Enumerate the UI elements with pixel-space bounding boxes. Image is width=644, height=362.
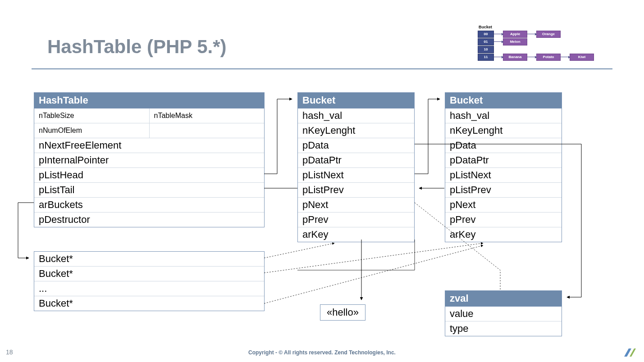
mini-row: 10 [478, 45, 594, 53]
field: Bucket* [34, 296, 264, 311]
title-rule [32, 68, 612, 69]
arrow-icon [494, 41, 503, 42]
field: pListNext [298, 168, 414, 183]
mini-box: Orange [536, 31, 561, 38]
hello-value: «hello» [320, 304, 365, 321]
field: pListHead [34, 168, 264, 183]
zend-logo-icon [623, 348, 636, 357]
field: ... [34, 281, 264, 296]
struct-header: zval [445, 291, 562, 307]
field: arKey [298, 227, 414, 242]
field: nNextFreeElement [34, 138, 264, 153]
struct-header: Bucket [298, 93, 414, 109]
mini-idx: 01 [478, 38, 494, 45]
mini-diagram: Bucket 00 Apple Orange 01 Melon 10 11 Ba… [478, 25, 594, 61]
field: pDataPtr [298, 153, 414, 168]
mini-row: 00 Apple Orange [478, 30, 594, 38]
field-row: nTableSize nTableMask [34, 109, 264, 123]
struct-header: HashTable [34, 93, 264, 109]
field: hash_val [445, 109, 562, 123]
field: type [445, 321, 562, 336]
mini-idx: 10 [478, 46, 494, 53]
arrow-icon [561, 57, 570, 57]
field: Bucket* [34, 267, 264, 281]
field: nTableSize [34, 109, 150, 123]
mini-box: Potato [536, 54, 561, 61]
copyright: Copyright - © All rights reserved. Zend … [0, 349, 644, 356]
field: nKeyLenght [445, 123, 562, 138]
arrow-icon [527, 57, 536, 57]
field: pListTail [34, 183, 264, 198]
field: arKey [445, 227, 562, 242]
page-title: HashTable (PHP 5.*) [47, 36, 227, 58]
mini-label: Bucket [479, 25, 594, 29]
mini-box: Banana [503, 54, 527, 61]
field: pListPrev [445, 183, 562, 198]
field: nTableMask [150, 109, 265, 123]
field: arBuckets [34, 198, 264, 213]
field: pPrev [298, 213, 414, 227]
zval-struct: zval value type [445, 290, 562, 336]
bucket-b-struct: Bucket hash_val nKeyLenght pData pDataPt… [445, 92, 562, 242]
field: pDataPtr [445, 153, 562, 168]
mini-idx: 11 [478, 54, 494, 61]
field: nKeyLenght [298, 123, 414, 138]
struct-header: Bucket [445, 93, 562, 109]
field: pListPrev [298, 183, 414, 198]
mini-row: 11 Banana Potato Kiwi [478, 53, 594, 61]
field: pData [445, 138, 562, 153]
field: nNumOfElem [34, 123, 150, 138]
field [150, 123, 265, 138]
field-row: nNumOfElem [34, 123, 264, 138]
arrow-icon [494, 34, 503, 34]
mini-box: Kiwi [570, 54, 594, 61]
mini-box: Apple [503, 31, 527, 38]
field: pDestructor [34, 213, 264, 227]
mini-box: Melon [503, 38, 527, 45]
field: pNext [445, 198, 562, 213]
hashtable-struct: HashTable nTableSize nTableMask nNumOfEl… [34, 92, 265, 227]
field: Bucket* [34, 252, 264, 267]
field: pData [298, 138, 414, 153]
field: pListNext [445, 168, 562, 183]
field: pPrev [445, 213, 562, 227]
arrow-icon [494, 57, 503, 57]
field: pNext [298, 198, 414, 213]
field: hash_val [298, 109, 414, 123]
arrow-icon [527, 34, 536, 34]
field: pInternalPointer [34, 153, 264, 168]
mini-row: 01 Melon [478, 38, 594, 45]
field: value [445, 307, 562, 321]
bucket-a-struct: Bucket hash_val nKeyLenght pData pDataPt… [297, 92, 415, 242]
mini-idx: 00 [478, 31, 494, 38]
bucket-array: Bucket* Bucket* ... Bucket* [34, 251, 265, 311]
